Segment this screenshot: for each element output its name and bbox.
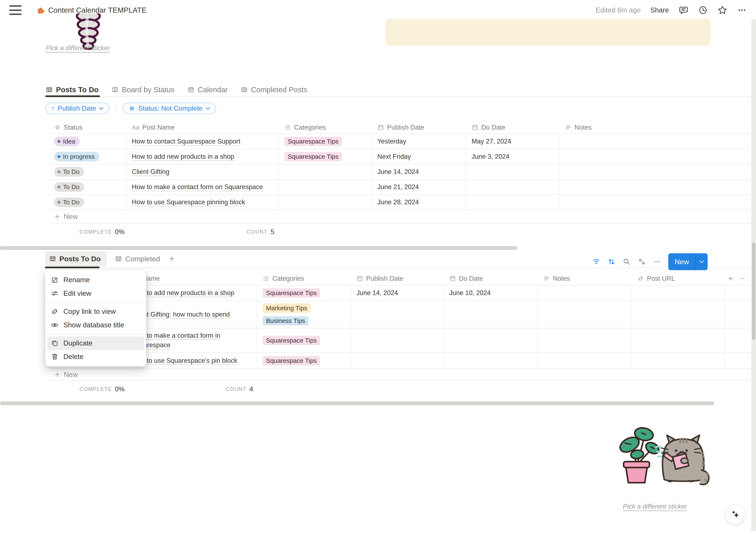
- cell-categories[interactable]: Squarespace Tips: [257, 328, 351, 352]
- column-header-do-date[interactable]: Do Date: [466, 121, 559, 134]
- menu-item-show-database-title[interactable]: Show database title: [47, 318, 144, 332]
- new-row-button[interactable]: New: [49, 210, 753, 223]
- cell-publish-date[interactable]: June 14, 2024: [372, 165, 466, 179]
- cell-notes[interactable]: [537, 328, 632, 352]
- cell-categories[interactable]: [279, 165, 372, 179]
- table-options-icon[interactable]: [739, 275, 745, 282]
- new-button-dropdown[interactable]: [696, 253, 708, 270]
- more-options-icon[interactable]: [737, 5, 747, 15]
- breadcrumb[interactable]: Content Calendar TEMPLATE: [36, 6, 147, 14]
- menu-item-delete[interactable]: Delete: [47, 350, 144, 364]
- menu-item-rename[interactable]: Rename: [47, 273, 144, 287]
- sort-chip-publish-date[interactable]: ↑ Publish Date: [45, 103, 109, 114]
- cell-categories[interactable]: Marketing Tips Business Tips: [257, 301, 351, 328]
- vertical-scrollbar-thumb[interactable]: [752, 243, 755, 340]
- cell-post-url[interactable]: [632, 285, 725, 300]
- cell-post-name[interactable]: How to use Squarespace pinning block: [126, 195, 279, 210]
- cell-categories[interactable]: Squarespace Tips: [279, 149, 372, 164]
- add-column-plus-icon[interactable]: [727, 275, 734, 282]
- cell-categories[interactable]: [279, 180, 372, 194]
- history-clock-icon[interactable]: [698, 5, 708, 15]
- new-row-button[interactable]: New: [49, 369, 753, 381]
- cell-publish-date[interactable]: June 21, 2024: [372, 180, 466, 194]
- tab-completed-posts[interactable]: Completed Posts: [241, 86, 308, 94]
- new-button[interactable]: New: [668, 253, 708, 270]
- cell-do-date[interactable]: June 3, 2024: [466, 149, 559, 164]
- cell-notes[interactable]: [559, 180, 753, 194]
- cell-publish-date[interactable]: [351, 301, 444, 328]
- column-header-post-name[interactable]: Aa Post Name: [126, 121, 279, 134]
- tab-posts-to-do[interactable]: Posts To Do: [46, 86, 99, 94]
- share-button[interactable]: Share: [650, 6, 669, 14]
- cell-notes[interactable]: [559, 134, 753, 149]
- cell-do-date[interactable]: May 27, 2024: [466, 134, 559, 149]
- hamburger-menu-icon[interactable]: [9, 5, 21, 15]
- cell-post-url[interactable]: [632, 328, 725, 352]
- filter-icon[interactable]: [592, 258, 600, 266]
- cell-publish-date[interactable]: [351, 328, 444, 352]
- menu-item-edit-view[interactable]: Edit view: [47, 287, 144, 300]
- column-header-notes[interactable]: Notes: [559, 121, 753, 134]
- horizontal-scrollbar[interactable]: [0, 246, 517, 250]
- column-header-publish-date[interactable]: Publish Date: [351, 272, 444, 285]
- tab2-completed[interactable]: Completed: [115, 255, 160, 263]
- cell-do-date[interactable]: [444, 328, 537, 352]
- expand-icon[interactable]: [638, 258, 646, 266]
- cell-post-name[interactable]: How to make a contact form on Squarespac…: [126, 180, 279, 194]
- cell-status[interactable]: To Do: [49, 180, 126, 194]
- cell-notes[interactable]: [537, 301, 632, 328]
- favorite-star-icon[interactable]: [717, 5, 727, 15]
- pick-different-sticker-link[interactable]: Pick a different sticker: [46, 44, 110, 52]
- horizontal-scrollbar[interactable]: [0, 401, 714, 405]
- cell-status[interactable]: To Do: [49, 195, 126, 210]
- cell-post-url[interactable]: [632, 301, 725, 328]
- cell-publish-date[interactable]: Yesterday: [372, 134, 466, 149]
- cell-do-date[interactable]: [444, 353, 537, 369]
- tab2-posts-to-do[interactable]: Posts To Do: [45, 251, 107, 267]
- search-icon[interactable]: [623, 258, 631, 266]
- cell-notes[interactable]: [559, 195, 753, 210]
- cell-post-name[interactable]: How to add new products in a shop: [126, 149, 279, 164]
- cell-post-url[interactable]: [632, 353, 725, 369]
- comments-icon[interactable]: [679, 5, 688, 15]
- column-header-post-url[interactable]: Post URL: [632, 272, 725, 285]
- cell-do-date[interactable]: June 10, 2024: [444, 285, 537, 300]
- cell-categories[interactable]: Squarespace Tips: [257, 353, 351, 369]
- cell-categories[interactable]: Squarespace Tips: [257, 285, 351, 300]
- tab-board-by-status[interactable]: Board by Status: [112, 86, 175, 94]
- menu-item-duplicate[interactable]: Duplicate: [47, 337, 144, 350]
- cell-publish-date[interactable]: June 28, 2024: [372, 195, 466, 210]
- cell-categories[interactable]: [279, 195, 372, 210]
- column-header-publish-date[interactable]: Publish Date: [372, 121, 466, 134]
- cell-status[interactable]: To Do: [49, 165, 126, 179]
- cell-do-date[interactable]: [444, 301, 537, 328]
- cell-status[interactable]: In progress: [49, 149, 126, 164]
- cell-notes[interactable]: [537, 285, 632, 300]
- cell-publish-date[interactable]: June 14, 2024: [351, 285, 444, 300]
- pick-different-sticker-link[interactable]: Pick a different sticker: [623, 503, 687, 510]
- column-header-notes[interactable]: Notes: [537, 272, 632, 285]
- tab-calendar[interactable]: Calendar: [188, 86, 228, 94]
- cell-notes[interactable]: [559, 149, 753, 164]
- cell-publish-date[interactable]: [351, 353, 444, 369]
- cell-status[interactable]: Idea: [49, 134, 126, 149]
- ai-assistant-button[interactable]: [726, 504, 745, 524]
- cell-do-date[interactable]: [466, 180, 559, 194]
- more-options-icon[interactable]: [653, 258, 661, 266]
- column-header-status[interactable]: Status: [49, 121, 126, 134]
- cell-notes[interactable]: [559, 165, 753, 179]
- filter-chip-status[interactable]: Status: Not Complete: [122, 103, 216, 114]
- cell-do-date[interactable]: [466, 195, 559, 210]
- add-view-plus-icon[interactable]: [168, 255, 175, 262]
- cell-post-name[interactable]: How to contact Squarespace Support: [126, 134, 279, 149]
- cell-post-name[interactable]: Client Gifting: [126, 165, 279, 179]
- cell-do-date[interactable]: [466, 165, 559, 179]
- column-header-categories[interactable]: Categories: [279, 121, 372, 134]
- aggregate-count[interactable]: COUNT 4: [49, 381, 253, 397]
- cell-publish-date[interactable]: Next Friday: [372, 149, 466, 164]
- column-header-categories[interactable]: Categories: [257, 272, 351, 285]
- column-header-do-date[interactable]: Do Date: [444, 272, 537, 285]
- sort-icon[interactable]: [608, 258, 615, 266]
- menu-item-copy-link[interactable]: Copy link to view: [47, 305, 144, 318]
- aggregate-count[interactable]: COUNT 5: [49, 223, 274, 240]
